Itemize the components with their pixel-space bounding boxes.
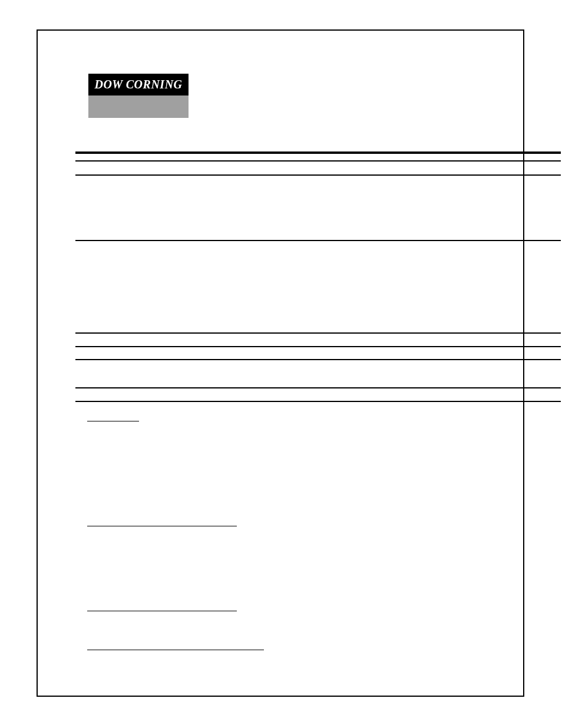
divider-thin-4 [75,332,561,334]
divider-thin-2 [75,174,561,176]
divider-thin-1 [75,160,561,162]
divider-thin-3 [75,240,561,241]
brand-logo-gray-bar [88,95,189,118]
divider-heavy-1 [75,151,561,154]
divider-thin-5 [75,346,561,347]
divider-thin-8 [75,401,561,402]
brand-logo-black: DOW CORNING [88,74,189,95]
document-border: DOW CORNING [37,29,524,697]
section-heading-underline-3 [87,611,237,611]
section-heading-underline-4 [87,650,264,650]
section-heading-underline-1 [87,421,139,421]
page: DOW CORNING [0,0,562,728]
divider-thin-6 [75,359,561,360]
divider-thin-7 [75,387,561,388]
section-heading-underline-2 [87,526,237,526]
brand-logo-text: DOW CORNING [94,78,182,91]
